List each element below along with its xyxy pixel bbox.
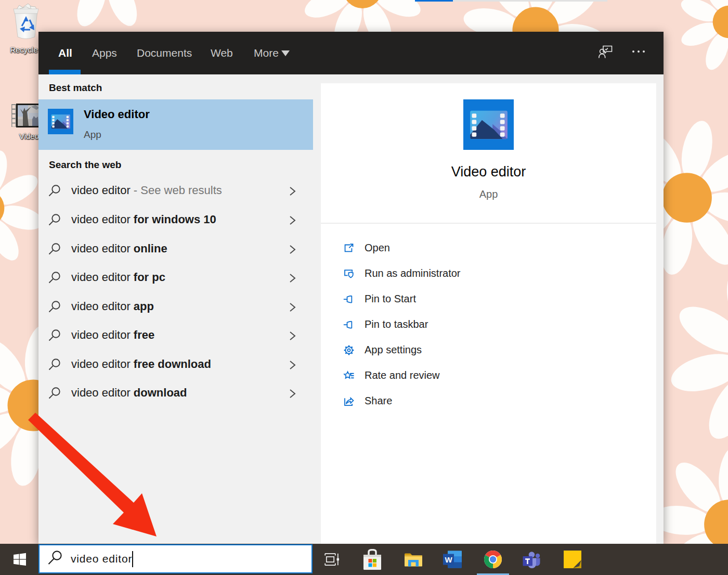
- svg-text:W: W: [445, 555, 452, 564]
